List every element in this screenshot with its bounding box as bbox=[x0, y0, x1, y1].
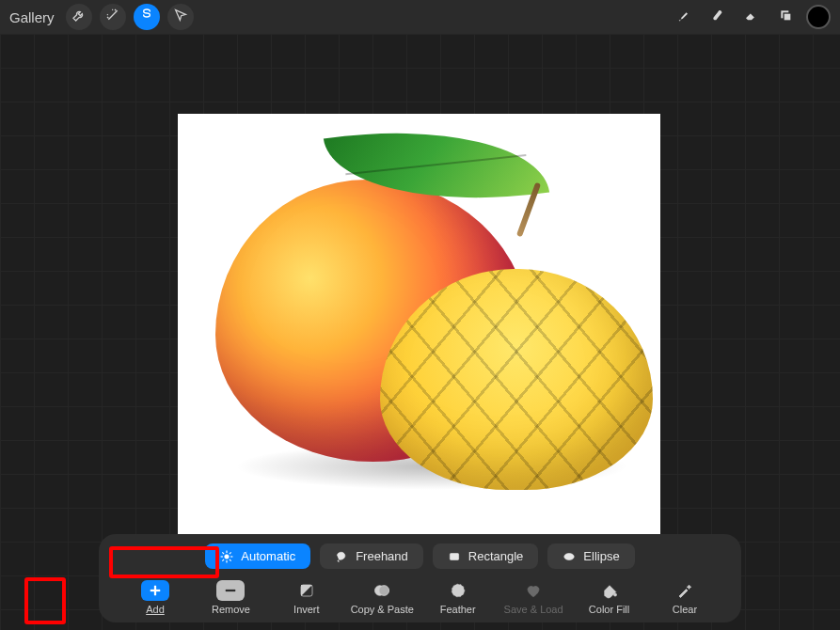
selection-action-row: Add Remove Invert Copy & Paste bbox=[112, 580, 728, 615]
action-label: Save & Load bbox=[504, 604, 563, 615]
mode-label: Ellipse bbox=[583, 549, 619, 563]
gallery-link[interactable]: Gallery bbox=[9, 9, 55, 25]
plus-icon bbox=[141, 580, 169, 601]
mode-label: Freehand bbox=[356, 549, 408, 563]
svg-point-14 bbox=[564, 553, 575, 559]
cursor-icon bbox=[173, 8, 188, 26]
action-label: Clear bbox=[673, 604, 697, 615]
action-copy-paste[interactable]: Copy & Paste bbox=[344, 580, 420, 615]
lasso-icon bbox=[335, 550, 348, 563]
action-feather[interactable]: Feather bbox=[420, 580, 496, 615]
action-label: Add bbox=[146, 604, 165, 615]
mode-rectangle[interactable]: Rectangle bbox=[433, 543, 539, 569]
wand-icon bbox=[105, 8, 120, 26]
brush-button[interactable] bbox=[671, 4, 697, 30]
selection-mode-row: Automatic Freehand Rectangle Ellipse bbox=[112, 543, 728, 569]
bucket-icon bbox=[595, 580, 624, 601]
transform-button[interactable] bbox=[167, 4, 194, 30]
layers-button[interactable] bbox=[772, 4, 799, 30]
ellipse-icon bbox=[563, 550, 576, 563]
annotation-highlight-add bbox=[24, 577, 66, 624]
smudge-button[interactable] bbox=[705, 4, 731, 30]
action-remove[interactable]: Remove bbox=[193, 580, 268, 615]
actions-button[interactable] bbox=[66, 4, 92, 30]
workspace: Automatic Freehand Rectangle Ellipse bbox=[0, 34, 840, 630]
heart-icon bbox=[519, 580, 547, 601]
selection-panel: Automatic Freehand Rectangle Ellipse bbox=[99, 534, 741, 622]
minus-icon bbox=[216, 580, 245, 601]
svg-rect-13 bbox=[450, 553, 458, 559]
canvas[interactable] bbox=[178, 114, 660, 537]
layers-icon bbox=[778, 8, 793, 26]
adjustments-button[interactable] bbox=[100, 4, 126, 30]
action-clear[interactable]: Clear bbox=[647, 580, 722, 615]
svg-line-10 bbox=[230, 559, 231, 560]
svg-point-23 bbox=[452, 584, 465, 597]
svg-point-24 bbox=[613, 593, 616, 596]
wrench-icon bbox=[71, 8, 87, 26]
svg-line-11 bbox=[223, 559, 225, 560]
smudge-icon bbox=[710, 8, 725, 26]
mode-freehand[interactable]: Freehand bbox=[320, 543, 423, 569]
action-label: Remove bbox=[212, 604, 250, 615]
rectangle-icon bbox=[448, 550, 461, 563]
svg-point-4 bbox=[225, 554, 230, 559]
action-invert[interactable]: Invert bbox=[269, 580, 344, 615]
feather-icon bbox=[444, 580, 472, 601]
action-color-fill[interactable]: Color Fill bbox=[572, 580, 647, 615]
s-ribbon-icon bbox=[139, 8, 154, 26]
copy-paste-icon bbox=[368, 580, 396, 601]
selection-tool-button[interactable] bbox=[134, 4, 160, 30]
action-save-load: Save & Load bbox=[496, 580, 571, 615]
color-swatch[interactable] bbox=[806, 5, 831, 29]
action-label: Copy & Paste bbox=[351, 604, 414, 615]
mode-automatic[interactable]: Automatic bbox=[205, 543, 310, 569]
brush-icon bbox=[676, 8, 691, 26]
action-label: Feather bbox=[440, 604, 476, 615]
svg-rect-1 bbox=[784, 13, 791, 21]
action-add[interactable]: Add bbox=[118, 580, 193, 615]
svg-line-12 bbox=[230, 552, 231, 554]
mode-ellipse[interactable]: Ellipse bbox=[547, 543, 634, 569]
invert-icon bbox=[293, 580, 321, 601]
sparkle-brush-icon bbox=[671, 580, 699, 601]
action-label: Invert bbox=[293, 604, 320, 615]
top-toolbar: Gallery bbox=[0, 0, 840, 34]
mode-label: Rectangle bbox=[468, 549, 524, 563]
svg-point-21 bbox=[379, 586, 389, 596]
svg-line-9 bbox=[223, 552, 225, 554]
eraser-button[interactable] bbox=[738, 4, 765, 30]
eraser-icon bbox=[744, 8, 759, 26]
action-label: Color Fill bbox=[589, 604, 629, 615]
mode-label: Automatic bbox=[241, 549, 295, 563]
burst-icon bbox=[220, 550, 233, 563]
